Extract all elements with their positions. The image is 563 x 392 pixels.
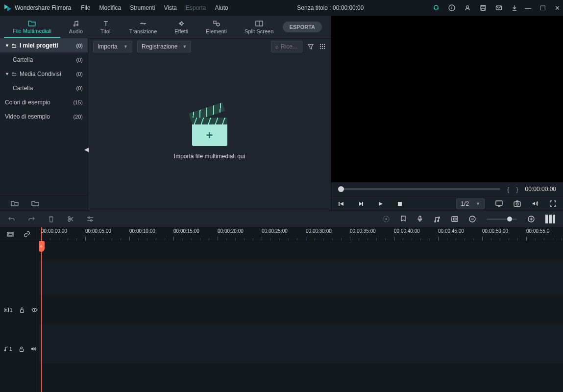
zoom-thumb[interactable]	[507, 217, 512, 221]
tab-audio[interactable]: Audio	[60, 16, 92, 38]
crop-icon[interactable]	[451, 216, 458, 222]
folder-icon[interactable]	[31, 200, 39, 206]
sidebar-item-folder-1[interactable]: Cartella (0)	[0, 52, 88, 67]
search-input-wrap[interactable]: ⌕	[271, 41, 302, 52]
sidebar-label: I miei progetti	[20, 42, 58, 49]
volume-icon[interactable]	[532, 200, 539, 207]
video-track-header[interactable]: 1	[0, 305, 39, 315]
close-button[interactable]: ✕	[555, 4, 560, 12]
svg-marker-1	[7, 6, 11, 11]
sidebar-collapse-button[interactable]: ◀	[84, 146, 89, 153]
split-icon	[255, 20, 263, 27]
zoom-fit-icon[interactable]	[545, 215, 555, 223]
filter-icon[interactable]	[307, 43, 314, 50]
snapshot-icon[interactable]	[514, 200, 521, 207]
app-logo-icon	[3, 3, 12, 12]
menu-help[interactable]: Aiuto	[215, 4, 228, 11]
zoom-out-icon[interactable]	[469, 216, 476, 222]
svg-point-12	[76, 24, 78, 26]
timeline-ruler[interactable]: 00:00:00:0000:00:05:0000:00:10:0000:00:1…	[39, 227, 563, 241]
delete-icon[interactable]	[48, 216, 54, 222]
audio-track-header[interactable]: 1	[0, 344, 39, 354]
zoom-in-icon[interactable]	[528, 216, 535, 222]
svg-point-2	[434, 5, 438, 9]
tracks-area[interactable]	[39, 241, 563, 392]
timeline-canvas[interactable]: 00:00:00:0000:00:05:0000:00:10:0000:00:1…	[39, 227, 563, 392]
sidebar-item-shared-media[interactable]: ▼ 🗀 Media Condivisi (0)	[0, 67, 88, 81]
support-icon[interactable]	[433, 4, 440, 11]
marker-icon[interactable]	[400, 216, 406, 222]
tab-elements[interactable]: Elementi	[197, 16, 236, 38]
speaker-icon[interactable]	[31, 346, 37, 351]
record-dropdown[interactable]: Registrazione ▼	[137, 41, 191, 52]
menu-edit[interactable]: Modifica	[99, 4, 122, 11]
lock-icon[interactable]	[19, 346, 24, 352]
save-icon[interactable]	[480, 4, 487, 11]
sidebar-item-sample-colors[interactable]: Colori di esempio (15)	[0, 95, 88, 109]
new-folder-icon[interactable]	[11, 200, 19, 206]
ruler-tick: 00:00:40:00	[394, 228, 420, 234]
mark-in-icon[interactable]: {	[507, 186, 509, 193]
sidebar-label: Video di esempio	[5, 113, 50, 120]
playhead[interactable]: ✧	[41, 227, 42, 392]
menu-view[interactable]: Vista	[164, 4, 177, 11]
seek-slider[interactable]	[338, 188, 500, 190]
tab-split-screen[interactable]: Split Screen	[236, 16, 282, 38]
sidebar-item-sample-videos[interactable]: Video di esempio (20)	[0, 109, 88, 123]
preview-quality-dropdown[interactable]: 1/2 ▼	[456, 198, 485, 209]
export-button[interactable]: ESPORTA	[283, 22, 322, 32]
svg-rect-13	[214, 21, 216, 24]
eye-icon[interactable]	[31, 308, 38, 312]
voiceover-icon[interactable]	[417, 216, 423, 222]
import-dropdown[interactable]: Importa ▼	[93, 41, 132, 52]
render-dot-icon[interactable]	[383, 216, 390, 222]
info-icon[interactable]	[448, 4, 455, 11]
mark-out-icon[interactable]: }	[516, 186, 518, 193]
grid-view-icon[interactable]	[319, 43, 326, 50]
download-icon[interactable]	[511, 4, 518, 11]
sidebar-label: Media Condivisi	[20, 71, 61, 77]
zoom-slider[interactable]	[487, 219, 517, 220]
chevron-down-icon: ▼	[5, 43, 9, 48]
menu-tools[interactable]: Strumenti	[130, 4, 155, 11]
tab-effects[interactable]: Effetti	[166, 16, 197, 38]
fullscreen-icon[interactable]	[550, 200, 556, 207]
sidebar-item-folder-2[interactable]: Cartella (0)	[0, 81, 88, 95]
audio-track-badge: 1	[4, 346, 12, 352]
playhead-handle[interactable]: ✧	[39, 241, 45, 252]
video-track[interactable]	[39, 295, 563, 324]
media-drop-zone[interactable]: + Importa file multimediali qui	[88, 54, 331, 211]
tab-media[interactable]: File Multimediali	[4, 16, 60, 38]
split-tool-icon[interactable]	[67, 216, 74, 222]
stop-button[interactable]	[397, 201, 403, 207]
overlay-track[interactable]	[39, 241, 563, 261]
account-icon[interactable]	[464, 4, 471, 11]
redo-icon[interactable]	[28, 216, 35, 222]
menu-file[interactable]: File	[81, 4, 90, 11]
tab-titles[interactable]: Titoli	[92, 16, 121, 38]
minimize-button[interactable]: —	[525, 4, 531, 12]
lock-icon[interactable]	[20, 307, 24, 313]
prev-frame-button[interactable]	[338, 201, 344, 207]
maximize-button[interactable]: ☐	[540, 4, 546, 12]
link-icon[interactable]	[24, 231, 30, 238]
undo-icon[interactable]	[8, 216, 15, 222]
step-back-button[interactable]	[358, 201, 364, 207]
play-button[interactable]	[377, 201, 383, 207]
display-icon[interactable]	[495, 200, 503, 207]
tab-label: Elementi	[206, 28, 227, 34]
timeline-mode-icon[interactable]	[7, 231, 14, 237]
search-input[interactable]	[281, 43, 300, 50]
svg-rect-9	[482, 8, 485, 10]
text-track[interactable]	[39, 261, 563, 295]
seek-thumb[interactable]	[338, 186, 344, 192]
audio-mixer-icon[interactable]	[434, 216, 441, 222]
audio-track[interactable]	[39, 324, 563, 364]
mail-icon[interactable]	[495, 4, 502, 11]
svg-point-11	[73, 25, 75, 26]
extra-track[interactable]	[39, 364, 563, 392]
adjust-icon[interactable]	[87, 216, 94, 222]
tab-transition[interactable]: Transizione	[121, 16, 166, 38]
preview-canvas[interactable]	[331, 16, 563, 182]
sidebar-item-my-projects[interactable]: ▼ 🗀 I miei progetti (0)	[0, 38, 88, 52]
